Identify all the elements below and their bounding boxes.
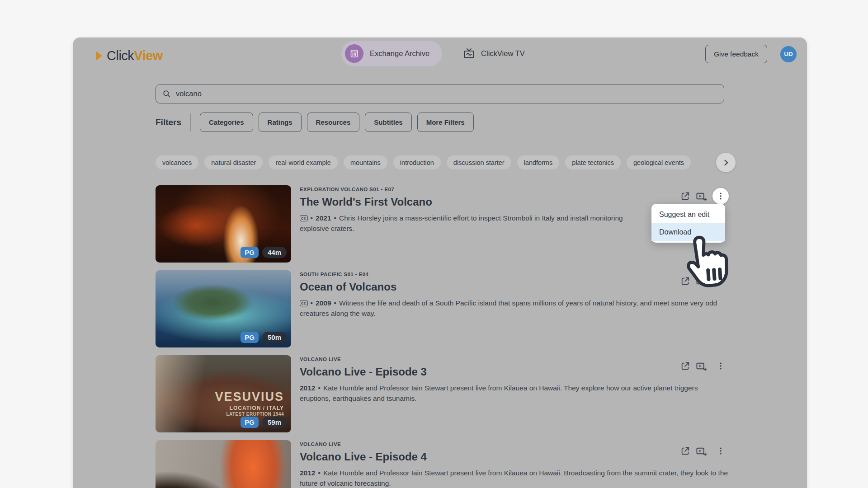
tag-chip[interactable]: landforms	[517, 155, 560, 169]
logo-text-view: View	[134, 48, 163, 63]
result-text: SOUTH PACIFIC S01 • E04 Ocean of Volcano…	[300, 270, 729, 347]
result-title[interactable]: Volcano Live - Episode 3	[300, 366, 729, 378]
clickview-logo[interactable]: ClickView	[95, 48, 163, 63]
logo-text: ClickView	[107, 48, 163, 63]
nav-exchange-archive[interactable]: Exchange Archive	[341, 41, 442, 66]
tag-chip[interactable]: discussion starter	[447, 155, 511, 169]
result-eyebrow: EXPLORATION VOLCANO S01 • E07	[300, 187, 729, 192]
tv-icon	[463, 47, 475, 60]
header-nav: Exchange Archive ClickView TV	[341, 41, 525, 66]
result-actions	[680, 358, 729, 374]
result-description: cc•2009•Witness the life and death of a …	[300, 298, 729, 319]
give-feedback-button[interactable]: Give feedback	[705, 45, 767, 63]
duration-badge: 50m	[262, 332, 287, 343]
filter-button[interactable]: Categories	[200, 113, 253, 132]
result-year: 2021	[316, 214, 331, 222]
external-link-icon	[680, 191, 690, 201]
user-avatar[interactable]: UD	[780, 46, 797, 62]
result-thumbnail[interactable]	[156, 440, 291, 488]
nav-exchange-archive-label: Exchange Archive	[370, 49, 429, 58]
add-to-playlist-button[interactable]	[696, 446, 707, 457]
logo-text-click: Click	[107, 48, 134, 63]
tag-chip[interactable]: natural disaster	[204, 155, 263, 169]
thumbnail-overlay-subtitle: LOCATION / ITALY	[215, 405, 284, 412]
kebab-menu-icon	[716, 361, 725, 371]
result-row: VOLCANO LIVE Volcano Live - Episode 4 20…	[156, 440, 729, 488]
add-to-playlist-button[interactable]	[696, 191, 707, 202]
more-options-button[interactable]	[712, 188, 729, 204]
chevron-right-icon	[722, 159, 730, 166]
thumbnail-badges: PG 44m	[241, 247, 287, 258]
tag-chips-row: volcanoesnatural disasterreal-world exam…	[156, 155, 691, 169]
hand-cursor-icon	[682, 232, 734, 292]
result-thumbnail[interactable]: VESUVIUS LOCATION / ITALY LATEST ERUPTIO…	[156, 355, 291, 432]
search-input[interactable]	[176, 89, 717, 98]
result-row: VESUVIUS LOCATION / ITALY LATEST ERUPTIO…	[156, 355, 729, 432]
tag-chip[interactable]: volcanoes	[156, 155, 198, 169]
filters-row: Filters CategoriesRatingsResourcesSubtit…	[156, 113, 474, 132]
result-year: 2012	[300, 469, 315, 477]
chips-scroll-next-button[interactable]	[716, 153, 736, 172]
open-in-new-tab-button[interactable]	[680, 191, 690, 201]
exchange-archive-icon	[345, 44, 363, 63]
kebab-menu-icon	[716, 192, 725, 201]
rating-badge: PG	[241, 417, 259, 428]
filters-label: Filters	[156, 117, 181, 127]
result-description: 2012•Kate Humble and Professor Iain Stew…	[300, 383, 729, 404]
filter-button[interactable]: Ratings	[259, 113, 302, 132]
duration-badge: 59m	[262, 417, 287, 428]
search-bar	[156, 84, 724, 103]
result-description: 2012•Kate Humble and Professor Iain Stew…	[300, 468, 729, 488]
external-link-icon	[680, 446, 690, 456]
thumbnail-badges: PG 50m	[241, 332, 287, 343]
thumbnail-overlay-title: VESUVIUS	[215, 389, 284, 405]
tag-chip[interactable]: real-world example	[269, 155, 338, 169]
closed-captions-icon: cc	[300, 300, 308, 306]
open-in-new-tab-button[interactable]	[680, 361, 690, 371]
result-eyebrow: SOUTH PACIFIC S01 • E04	[300, 272, 729, 277]
result-year: 2009	[316, 299, 331, 307]
result-thumbnail[interactable]: PG 50m	[156, 270, 291, 347]
result-text: VOLCANO LIVE Volcano Live - Episode 3 20…	[300, 355, 729, 432]
more-options-button[interactable]	[712, 358, 729, 374]
rating-badge: PG	[241, 247, 259, 258]
tag-chip[interactable]: mountains	[344, 155, 387, 169]
thumbnail-overlay-text: VESUVIUS LOCATION / ITALY LATEST ERUPTIO…	[215, 389, 284, 417]
add-to-playlist-button[interactable]	[696, 361, 707, 372]
results-list: PG 44m EXPLORATION VOLCANO S01 • E07 The…	[156, 185, 729, 488]
filter-button[interactable]: Subtitles	[365, 113, 411, 132]
filter-button[interactable]: More Filters	[417, 113, 474, 132]
result-title[interactable]: Ocean of Volcanos	[300, 281, 729, 293]
logo-play-icon	[95, 51, 103, 61]
filter-buttons: CategoriesRatingsResourcesSubtitlesMore …	[200, 113, 474, 132]
result-eyebrow: VOLCANO LIVE	[300, 441, 729, 447]
result-title[interactable]: Volcano Live - Episode 4	[300, 450, 729, 463]
thumbnail-badges: PG 59m	[241, 417, 287, 428]
result-row: PG 44m EXPLORATION VOLCANO S01 • E07 The…	[156, 185, 729, 263]
filter-button[interactable]: Resources	[307, 113, 360, 132]
more-options-button[interactable]	[712, 443, 729, 459]
kebab-menu-icon	[716, 446, 725, 455]
result-text: VOLCANO LIVE Volcano Live - Episode 4 20…	[300, 440, 729, 488]
result-row: PG 50m SOUTH PACIFIC S01 • E04 Ocean of …	[156, 270, 729, 347]
tag-chip[interactable]: introduction	[393, 155, 441, 169]
context-menu-item[interactable]: Suggest an edit	[651, 206, 725, 223]
closed-captions-icon: cc	[300, 215, 308, 221]
header-actions: Give feedback UD	[705, 45, 797, 63]
result-actions	[680, 188, 729, 204]
result-actions	[680, 443, 729, 459]
result-thumbnail[interactable]: PG 44m	[156, 185, 291, 263]
result-year: 2012	[300, 384, 315, 392]
tag-chip[interactable]: plate tectonics	[565, 155, 621, 169]
search-icon	[162, 89, 171, 98]
nav-clickview-tv-label: ClickView TV	[481, 49, 525, 58]
nav-clickview-tv[interactable]: ClickView TV	[463, 47, 525, 60]
open-in-new-tab-button[interactable]	[680, 446, 690, 456]
duration-badge: 44m	[262, 247, 287, 258]
rating-badge: PG	[241, 332, 259, 343]
video-add-icon	[696, 191, 707, 202]
tag-chip[interactable]: geological events	[627, 155, 691, 169]
video-add-icon	[696, 361, 707, 372]
external-link-icon	[680, 361, 690, 371]
video-add-icon	[696, 446, 707, 457]
